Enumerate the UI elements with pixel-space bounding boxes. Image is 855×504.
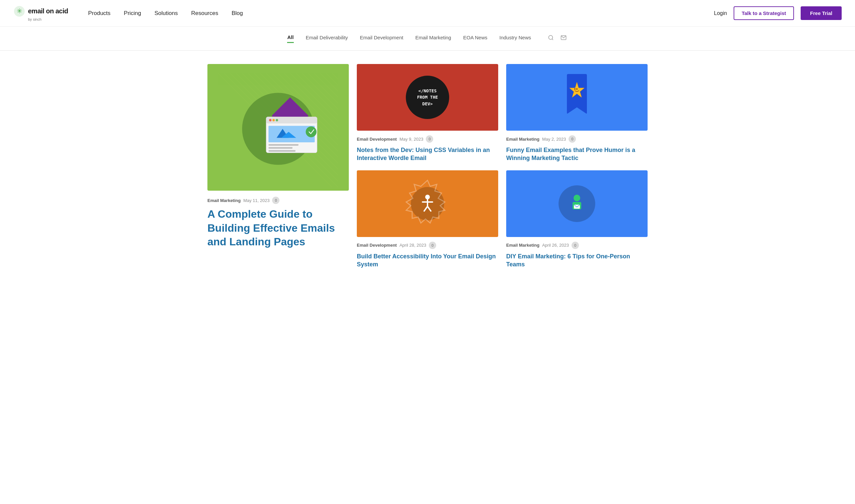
featured-comments: 0 <box>272 197 280 204</box>
card1-meta: Email Development May 9, 2023 0 <box>357 135 498 143</box>
email-icon-button[interactable] <box>559 33 568 44</box>
card1-comments: 0 <box>426 135 433 143</box>
featured-article: Email Marketing May 11, 2023 0 A Complet… <box>208 64 349 268</box>
card2-comments: 0 <box>569 135 576 143</box>
nav-products[interactable]: Products <box>88 7 110 19</box>
cat-deliverability[interactable]: Email Deliverability <box>306 35 348 42</box>
logo-sub: by sinch <box>28 17 68 21</box>
funny-bg <box>506 64 647 131</box>
card1-date: May 9, 2023 <box>399 137 424 142</box>
nav-solutions[interactable]: Solutions <box>155 7 178 19</box>
logo-icon: ✳ <box>13 5 25 17</box>
dev-notes-text: </NOTESFROM THEDEV> <box>417 88 438 107</box>
cat-industry-news[interactable]: Industry News <box>499 35 531 42</box>
gear-svg <box>394 170 461 237</box>
featured-title[interactable]: A Complete Guide to Building Effective E… <box>208 207 349 249</box>
diy-bg <box>506 170 647 237</box>
card2-category: Email Marketing <box>506 137 539 142</box>
main-content: Email Marketing May 11, 2023 0 A Complet… <box>194 51 661 282</box>
svg-rect-37 <box>268 144 299 146</box>
card4-date: April 26, 2023 <box>542 243 569 248</box>
card3-date: April 28, 2023 <box>399 243 426 248</box>
logo[interactable]: ✳ email on acid by sinch <box>13 5 68 21</box>
green-illustration-bg <box>208 64 349 191</box>
cat-development[interactable]: Email Development <box>360 35 403 42</box>
person-circle <box>558 185 595 222</box>
svg-point-30 <box>269 119 271 121</box>
card4-category: Email Marketing <box>506 243 539 248</box>
card4-meta: Email Marketing April 26, 2023 0 <box>506 242 647 249</box>
card2-title[interactable]: Funny Email Examples that Prove Humor is… <box>506 146 647 162</box>
svg-point-43 <box>576 88 577 90</box>
cat-marketing[interactable]: Email Marketing <box>415 35 451 42</box>
svg-line-3 <box>552 39 553 40</box>
nav-pricing[interactable]: Pricing <box>124 7 141 19</box>
cat-eoa-news[interactable]: EOA News <box>463 35 487 42</box>
card1-category: Email Development <box>357 137 397 142</box>
svg-point-31 <box>272 119 275 121</box>
svg-point-50 <box>573 195 580 201</box>
blog-grid: Email Marketing May 11, 2023 0 A Complet… <box>208 64 647 268</box>
svg-rect-39 <box>268 150 296 152</box>
article-card-diy: Email Marketing April 26, 2023 0 DIY Ema… <box>506 170 647 269</box>
dev-notes-circle: </NOTESFROM THEDEV> <box>406 76 449 119</box>
funny-svg <box>557 71 597 124</box>
card2-meta: Email Marketing May 2, 2023 0 <box>506 135 647 143</box>
main-nav: Products Pricing Solutions Resources Blo… <box>88 7 714 19</box>
nav-resources[interactable]: Resources <box>191 7 218 19</box>
logo-text: email on acid <box>28 7 68 15</box>
header: ✳ email on acid by sinch Products Pricin… <box>0 0 855 27</box>
card4-title[interactable]: DIY Email Marketing: 6 Tips for One-Pers… <box>506 252 647 269</box>
accessibility-image[interactable] <box>357 170 498 237</box>
person-svg <box>565 192 589 215</box>
featured-svg <box>218 67 338 187</box>
card2-date: May 2, 2023 <box>542 137 566 142</box>
card3-comments: 0 <box>429 242 436 249</box>
free-trial-button[interactable]: Free Trial <box>801 6 842 20</box>
article-card-funny: Email Marketing May 2, 2023 0 Funny Emai… <box>506 64 647 162</box>
dev-notes-bg: </NOTESFROM THEDEV> <box>357 64 498 131</box>
featured-image[interactable] <box>208 64 349 191</box>
diy-image[interactable] <box>506 170 647 237</box>
featured-date: May 11, 2023 <box>244 198 270 203</box>
svg-point-2 <box>549 35 553 39</box>
svg-text:✳: ✳ <box>17 7 22 15</box>
featured-category: Email Marketing <box>208 198 241 203</box>
dev-notes-image[interactable]: </NOTESFROM THEDEV> <box>357 64 498 131</box>
card3-title[interactable]: Build Better Accessibility Into Your Ema… <box>357 252 498 269</box>
strategist-button[interactable]: Talk to a Strategist <box>734 6 794 20</box>
svg-rect-38 <box>268 147 292 149</box>
card3-meta: Email Development April 28, 2023 0 <box>357 242 498 249</box>
card1-title[interactable]: Notes from the Dev: Using CSS Variables … <box>357 146 498 162</box>
login-link[interactable]: Login <box>714 10 727 16</box>
search-icon-button[interactable] <box>547 33 555 44</box>
funny-image[interactable] <box>506 64 647 131</box>
cat-all[interactable]: All <box>287 34 293 43</box>
nav-blog[interactable]: Blog <box>231 7 243 19</box>
accessibility-bg <box>357 170 498 237</box>
category-nav: All Email Deliverability Email Developme… <box>0 27 855 51</box>
svg-point-44 <box>574 88 575 90</box>
article-card-dev-notes: </NOTESFROM THEDEV> Email Development Ma… <box>357 64 498 162</box>
svg-point-36 <box>306 126 317 137</box>
article-card-accessibility: Email Development April 28, 2023 0 Build… <box>357 170 498 269</box>
featured-meta: Email Marketing May 11, 2023 0 <box>208 197 349 204</box>
card4-comments: 0 <box>572 242 579 249</box>
svg-point-32 <box>276 119 278 121</box>
cat-icon-area <box>547 33 568 44</box>
header-actions: Login Talk to a Strategist Free Trial <box>714 6 842 20</box>
card3-category: Email Development <box>357 243 397 248</box>
